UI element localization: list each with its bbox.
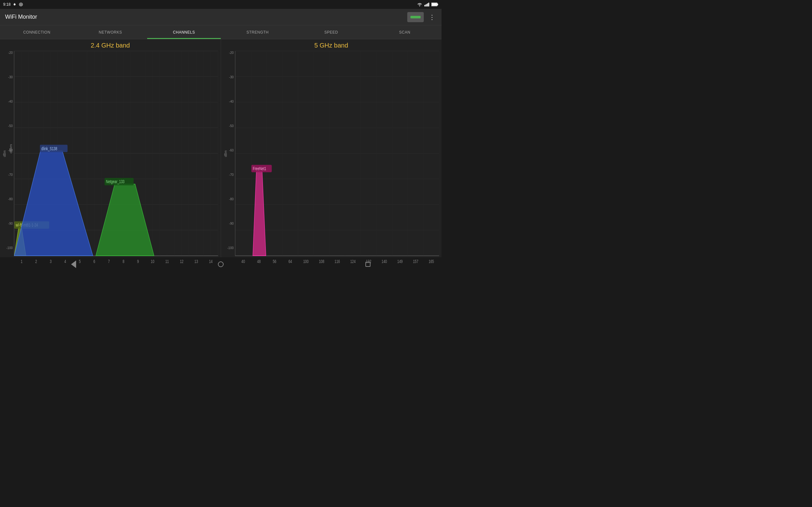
tab-scan[interactable]: SCAN: [368, 25, 442, 39]
y-tick-5-20: -20: [223, 51, 235, 55]
x-tick-56: 56: [272, 259, 276, 264]
y-tick-5-50: -50: [223, 124, 235, 128]
wifi-toggle-button[interactable]: [407, 12, 424, 22]
x-tick-108: 108: [319, 259, 324, 264]
y-label-dbm-24: dBm: [9, 144, 13, 153]
chart-container-5: dBm -20 -30 -40 -50 -60 -70 -80 -90 -100: [223, 51, 439, 256]
x-tick-6: 6: [94, 259, 96, 264]
battery-icon: [432, 3, 438, 6]
tab-strength[interactable]: STRENGTH: [221, 25, 294, 39]
chart-area-5: FreeNet1 40 48 56 64 100 108 116 124 132…: [235, 51, 439, 256]
signal-dlink-polygon: [14, 151, 93, 256]
x-tick-10: 10: [151, 259, 154, 264]
signal-label-netgear: Netgear_133: [106, 179, 124, 184]
svg-rect-6: [428, 3, 429, 6]
back-icon: [71, 261, 76, 268]
y-tick-24-40: -40: [3, 100, 14, 103]
y-axis-5: dBm -20 -30 -40 -50 -60 -70 -80 -90 -100: [223, 51, 235, 256]
x-tick-165: 165: [428, 259, 434, 264]
x-tick-14: 14: [209, 259, 212, 264]
x-tick-124: 124: [350, 259, 356, 264]
y-tick-24-90: -90: [3, 222, 14, 225]
x-tick-13: 13: [194, 259, 198, 264]
signal-label-dlink: dlink_S138: [41, 146, 57, 151]
x-tick-100: 100: [303, 259, 308, 264]
x-tick-5: 5: [79, 259, 81, 264]
y-tick-24-100: -100: [3, 246, 14, 250]
wifi-status-icon: [417, 2, 422, 7]
main-chart-svg-24: wl-ftl-mt81-1-24 dlink_S138 Netgear_133 …: [14, 51, 218, 256]
app-bar: WiFi Monitor ⋮: [0, 9, 442, 25]
app-title: WiFi Monitor: [5, 14, 37, 20]
tab-networks[interactable]: NETWORKS: [73, 25, 147, 39]
tab-connection[interactable]: CONNECTION: [0, 25, 73, 39]
y-tick-5-100: -100: [223, 246, 235, 250]
svg-rect-9: [438, 3, 438, 5]
y-tick-24-30: -30: [3, 75, 14, 79]
y-label-5: dBm: [223, 150, 227, 157]
y-tick-5-40: -40: [223, 100, 235, 103]
chart-24ghz: 2.4 GHz band dBm -20 -30 -40 -50 -60 -70…: [0, 39, 221, 257]
x-tick-40: 40: [241, 259, 245, 264]
x-tick-157: 157: [413, 259, 418, 264]
x-tick-132: 132: [366, 259, 371, 264]
main-chart-svg-5: FreeNet1 40 48 56 64 100 108 116 124 132…: [235, 51, 439, 256]
x-tick-3: 3: [50, 259, 52, 264]
tab-bar: CONNECTION NETWORKS CHANNELS STRENGTH SP…: [0, 25, 442, 39]
x-tick-48: 48: [257, 259, 260, 264]
x-tick-9: 9: [137, 259, 139, 264]
x-tick-11: 11: [165, 259, 169, 264]
home-icon: [218, 262, 223, 267]
y-tick-24-80: -80: [3, 198, 14, 201]
svg-point-2: [20, 4, 22, 5]
status-time: 9:18: [3, 2, 10, 7]
y-label-24: dBm: [3, 150, 6, 157]
target-icon: [19, 2, 23, 7]
x-tick-12: 12: [180, 259, 183, 264]
chart-5ghz: 5 GHz band dBm -20 -30 -40 -50 -60 -70 -…: [221, 39, 442, 257]
x-tick-64: 64: [288, 259, 292, 264]
x-tick-8: 8: [122, 259, 124, 264]
x-tick-4: 4: [64, 259, 66, 264]
y-tick-5-80: -80: [223, 198, 235, 201]
svg-rect-3: [424, 5, 425, 7]
y-tick-24-20: -20: [3, 51, 14, 55]
y-tick-5-70: -70: [223, 173, 235, 176]
signal-freenet1-polygon: [253, 171, 266, 256]
svg-point-1: [19, 3, 23, 6]
notification-icon: [12, 2, 17, 7]
status-bar: 9:18: [0, 0, 442, 9]
x-tick-149: 149: [397, 259, 403, 264]
y-axis-24: dBm -20 -30 -40 -50 -60 -70 -80 -90 -100: [3, 51, 14, 256]
band-title-5: 5 GHz band: [223, 42, 439, 49]
y-tick-5-90: -90: [223, 222, 235, 225]
band-title-24: 2.4 GHz band: [3, 42, 218, 49]
y-tick-5-30: -30: [223, 75, 235, 79]
signal-label-freenet1: FreeNet1: [253, 166, 266, 171]
x-tick-116: 116: [334, 259, 340, 264]
svg-rect-8: [432, 3, 437, 6]
x-tick-140: 140: [382, 259, 387, 264]
svg-rect-4: [426, 4, 426, 6]
svg-rect-5: [427, 3, 428, 7]
x-tick-2: 2: [35, 259, 37, 264]
chart-container-24: dBm -20 -30 -40 -50 -60 -70 -80 -90 -100: [3, 51, 218, 256]
x-tick-7: 7: [108, 259, 110, 264]
main-content: 2.4 GHz band dBm -20 -30 -40 -50 -60 -70…: [0, 39, 442, 257]
tab-speed[interactable]: SPEED: [294, 25, 368, 39]
home-button[interactable]: [213, 259, 229, 269]
x-tick-1: 1: [20, 259, 22, 264]
chart-area-24: wl-ftl-mt81-1-24 dlink_S138 Netgear_133 …: [14, 51, 218, 256]
y-tick-24-50: -50: [3, 124, 14, 128]
more-options-icon[interactable]: ⋮: [427, 12, 437, 22]
y-tick-24-70: -70: [3, 173, 14, 176]
tab-channels[interactable]: CHANNELS: [147, 25, 221, 39]
bottom-nav: [0, 257, 442, 271]
signal-icon: [424, 2, 429, 7]
wifi-indicator: [410, 16, 420, 18]
